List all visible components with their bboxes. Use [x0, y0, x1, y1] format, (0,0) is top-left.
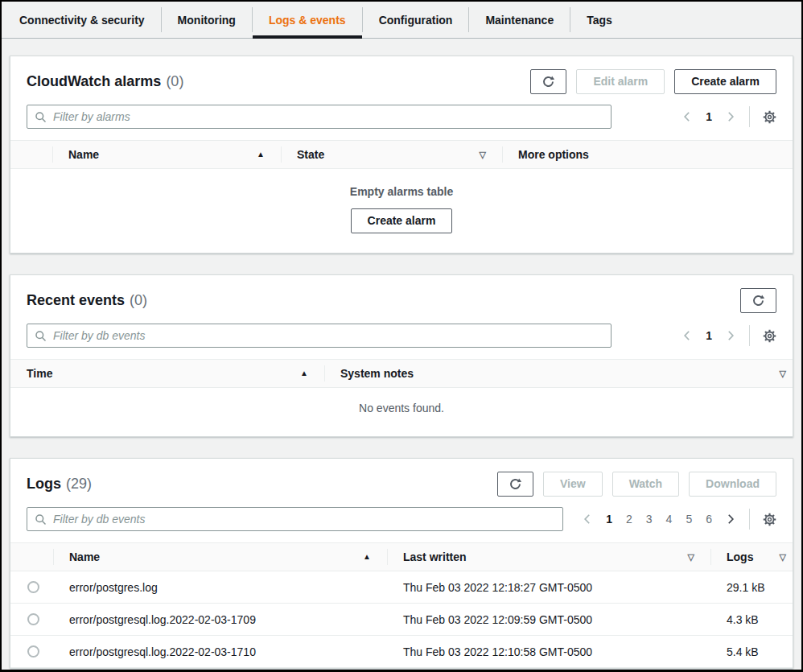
log-last-written-cell: Thu Feb 03 2022 12:09:59 GMT-0500	[387, 613, 710, 626]
logs-page-3[interactable]: 3	[645, 513, 653, 526]
events-refresh-button[interactable]	[740, 288, 776, 313]
chevron-right-icon	[725, 111, 736, 122]
events-settings-button[interactable]	[763, 329, 776, 343]
row-radio-button[interactable]	[27, 613, 39, 625]
logs-next-page-button[interactable]	[725, 513, 736, 525]
log-size-cell: 29.1 kB	[710, 581, 793, 594]
logs-filter-box	[27, 507, 563, 531]
chevron-right-icon	[725, 330, 736, 341]
logs-filter-input[interactable]	[51, 512, 555, 526]
alarms-panel-header: CloudWatch alarms (0) Edit alarm Create …	[10, 56, 793, 95]
log-row[interactable]: error/postgresql.log.2022-02-03-1709 Thu…	[10, 604, 793, 636]
alarms-prev-page-button[interactable]	[682, 111, 693, 122]
logs-settings-button[interactable]	[763, 513, 776, 526]
tab-bar: Connectivity & security Monitoring Logs …	[2, 2, 801, 39]
alarms-name-column-header[interactable]: Name ▲	[52, 141, 281, 168]
logs-page-2[interactable]: 2	[625, 513, 633, 526]
alarms-toolbar: 1	[10, 95, 793, 129]
chevron-left-icon	[582, 513, 593, 525]
alarms-select-column-header	[10, 141, 52, 168]
tab-logs-events[interactable]: Logs & events	[253, 2, 362, 38]
logs-size-column-header[interactable]: Logs ▽	[710, 543, 793, 571]
tab-label: Tags	[587, 14, 612, 27]
refresh-icon	[509, 477, 522, 491]
logs-page-1[interactable]: 1	[605, 513, 613, 526]
sort-filter-icon: ▽	[480, 150, 486, 159]
sort-filter-icon: ▽	[780, 553, 786, 562]
alarms-filter-input[interactable]	[51, 109, 603, 124]
tab-label: Maintenance	[485, 14, 554, 27]
search-icon	[35, 513, 47, 526]
log-row[interactable]: error/postgresql.log.2022-02-03-1710 Thu…	[10, 636, 793, 668]
tab-maintenance[interactable]: Maintenance	[469, 2, 570, 38]
events-next-page-button[interactable]	[725, 330, 736, 341]
logs-prev-page-button[interactable]	[582, 513, 593, 525]
tab-label: Monitoring	[178, 14, 236, 27]
refresh-icon	[542, 75, 555, 89]
empty-create-alarm-button[interactable]: Create alarm	[351, 208, 453, 233]
alarms-refresh-button[interactable]	[530, 69, 566, 94]
view-log-button[interactable]: View	[543, 472, 603, 497]
gear-icon	[763, 110, 776, 124]
sort-ascending-icon: ▲	[300, 369, 308, 377]
events-time-column-header[interactable]: Time ▲	[10, 360, 324, 387]
column-label: Logs	[727, 550, 753, 563]
column-label: State	[297, 148, 324, 161]
events-prev-page-button[interactable]	[682, 330, 693, 341]
gear-icon	[763, 329, 776, 343]
logs-toolbar: 1 2 3 4 5 6	[10, 497, 793, 531]
log-name-cell: error/postgresql.log.2022-02-03-1709	[53, 613, 387, 626]
tab-configuration[interactable]: Configuration	[363, 2, 469, 38]
logs-panel: Logs (29) View Watch Download	[10, 458, 793, 669]
rds-logs-events-page: Connectivity & security Monitoring Logs …	[0, 0, 803, 672]
logs-last-written-column-header[interactable]: Last written ▽	[387, 543, 710, 571]
alarms-title-text: CloudWatch alarms	[27, 73, 161, 90]
row-radio-button[interactable]	[27, 581, 39, 593]
log-size-cell: 5.4 kB	[710, 645, 793, 658]
sort-ascending-icon: ▲	[257, 150, 265, 159]
events-filter-input[interactable]	[51, 328, 603, 343]
gear-icon	[763, 513, 776, 526]
download-log-button[interactable]: Download	[689, 472, 776, 497]
pager-divider	[749, 325, 750, 346]
row-select-cell	[10, 645, 53, 658]
events-actions	[740, 288, 776, 313]
row-select-cell	[10, 581, 53, 593]
logs-pagination: 1 2 3 4 5 6	[582, 509, 776, 530]
alarms-empty-state: Empty alarms table Create alarm	[10, 169, 793, 253]
logs-page-5[interactable]: 5	[685, 513, 693, 526]
tab-monitoring[interactable]: Monitoring	[162, 2, 252, 38]
log-row[interactable]: error/postgres.log Thu Feb 03 2022 12:18…	[10, 571, 793, 604]
events-page-number[interactable]: 1	[705, 329, 713, 342]
logs-refresh-button[interactable]	[497, 472, 533, 497]
alarms-table-header: Name ▲ State ▽ More options	[10, 140, 793, 169]
recent-events-panel: Recent events (0)	[10, 274, 793, 437]
logs-name-column-header[interactable]: Name ▲	[53, 543, 387, 571]
alarms-state-column-header[interactable]: State ▽	[281, 141, 502, 168]
events-table-header: Time ▲ System notes ▽	[10, 359, 793, 388]
alarms-more-options-column-header: More options	[502, 141, 793, 168]
chevron-right-icon	[725, 513, 736, 525]
logs-page-4[interactable]: 4	[665, 513, 673, 526]
edit-alarm-button[interactable]: Edit alarm	[576, 69, 665, 94]
alarms-page-number[interactable]: 1	[705, 110, 713, 123]
events-panel-title: Recent events (0)	[27, 287, 147, 314]
logs-page-6[interactable]: 6	[705, 513, 713, 526]
log-last-written-cell: Thu Feb 03 2022 12:10:58 GMT-0500	[387, 645, 710, 658]
events-title-text: Recent events	[27, 292, 125, 309]
logs-panel-title: Logs (29)	[27, 470, 92, 497]
refresh-icon	[752, 294, 765, 307]
logs-actions: View Watch Download	[497, 472, 776, 497]
tab-label: Configuration	[379, 14, 453, 27]
row-radio-button[interactable]	[27, 645, 39, 658]
tab-tags[interactable]: Tags	[570, 2, 628, 38]
create-alarm-button[interactable]: Create alarm	[674, 69, 776, 94]
tab-connectivity-security[interactable]: Connectivity & security	[3, 2, 161, 38]
sort-filter-icon: ▽	[780, 369, 786, 378]
logs-panel-header: Logs (29) View Watch Download	[10, 459, 793, 497]
pager-divider	[749, 106, 750, 127]
watch-log-button[interactable]: Watch	[612, 472, 679, 497]
alarms-next-page-button[interactable]	[725, 111, 736, 122]
events-system-notes-column-header[interactable]: System notes ▽	[324, 360, 793, 387]
alarms-settings-button[interactable]	[763, 110, 776, 124]
